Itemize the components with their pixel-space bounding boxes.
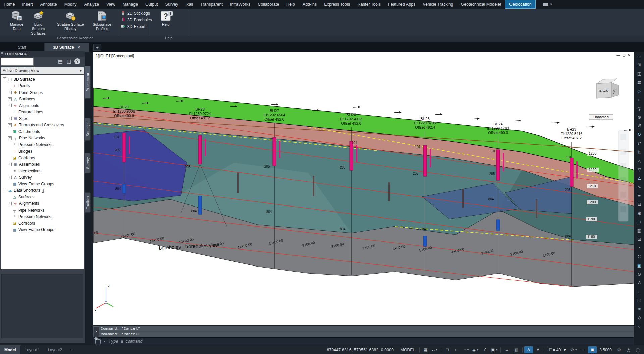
file-tab-3d-surface[interactable]: 3D Surface✕ — [45, 43, 89, 52]
pan-icon[interactable]: ⇄ — [635, 139, 643, 148]
tree-item-pipe-networks[interactable]: ╥Pipe Networks — [1, 207, 84, 214]
menu-tab-add-ins[interactable]: Add-ins — [299, 0, 320, 9]
tree-item-point-groups[interactable]: +⊕Point Groups — [1, 89, 84, 96]
menu-tab-annotate[interactable]: Annotate — [37, 0, 61, 9]
3d-export-button[interactable]: 3D Export — [121, 23, 152, 30]
annotation-monitor-icon[interactable]: + — [579, 346, 587, 353]
tool-icon[interactable]: □ — [635, 217, 643, 226]
layout-tab-layout2[interactable]: Layout2 — [43, 345, 66, 354]
tree-expander[interactable]: + — [8, 104, 12, 107]
otrack-icon[interactable]: ∠ — [481, 346, 489, 353]
tool-icon[interactable]: ○ — [635, 322, 643, 331]
side-tab-prospector[interactable]: Prospector — [85, 66, 91, 99]
osnap-icon[interactable]: ▣▼ — [490, 346, 499, 353]
tree-expander[interactable]: + — [8, 123, 12, 127]
tree-item-feature-lines[interactable]: ~Feature Lines — [1, 109, 84, 116]
menu-tab-collaborate[interactable]: Collaborate — [254, 0, 283, 9]
graphics-icon[interactable]: ▣ — [588, 346, 597, 353]
tree-expander[interactable]: + — [8, 202, 12, 205]
menu-tab-view[interactable]: View — [103, 0, 119, 9]
orbit-icon[interactable]: ◎ — [635, 104, 643, 113]
tree-expander[interactable]: + — [8, 176, 12, 179]
stratum-surface-display-button[interactable]: Stratum SurfaceDisplay — [56, 10, 85, 31]
ortho-icon[interactable]: ∟ — [452, 346, 461, 353]
toolspace-search-input[interactable] — [1, 58, 34, 66]
layout-tab-layout1[interactable]: Layout1 — [20, 345, 44, 354]
clean-screen-icon[interactable]: ▢ — [633, 346, 642, 353]
infer-constraints-icon[interactable]: ⊡ — [443, 346, 452, 353]
help-circle-icon[interactable]: ? — [74, 58, 80, 64]
tree-item-view-frame-groups[interactable]: ▦View Frame Groups — [1, 227, 84, 233]
3d-boreholes-button[interactable]: 3D Boreholes — [121, 17, 152, 23]
tree-item-corridors[interactable]: ◪Corridors — [1, 220, 84, 227]
tool-icon[interactable]: △ — [635, 156, 643, 165]
close-icon[interactable]: ✕ — [628, 53, 631, 57]
menu-tab-raster-tools[interactable]: Raster Tools — [354, 0, 384, 9]
tool-icon[interactable]: ▽ — [635, 165, 643, 174]
side-tab-settings[interactable]: Settings — [85, 118, 91, 141]
tree-item-surfaces[interactable]: △Surfaces — [1, 194, 84, 200]
palette-grip[interactable] — [1, 52, 3, 56]
menu-tab-featured-apps[interactable]: Featured Apps — [384, 0, 419, 9]
menu-tab-help[interactable]: Help — [283, 0, 299, 9]
annotation-autoscale-icon[interactable]: Λ — [534, 346, 542, 353]
tree-item-bridges[interactable]: ≍Bridges — [1, 148, 84, 155]
tool-icon[interactable]: ⇅ — [635, 148, 643, 156]
tool-icon[interactable]: ⊡ — [635, 235, 643, 243]
restore-icon[interactable]: ▢ — [622, 53, 625, 57]
isolate-objects-icon[interactable]: ◎ — [624, 346, 633, 353]
file-tab-start[interactable]: Start — [0, 43, 45, 52]
info-icon[interactable]: i — [168, 11, 173, 16]
tree-expander[interactable]: + — [8, 117, 12, 120]
tool-icon[interactable]: ▢ — [635, 296, 643, 304]
tool-icon[interactable]: ▭ — [635, 52, 643, 60]
zoom-extents-icon[interactable]: ⊕ — [635, 113, 643, 121]
tree-item-alignments[interactable]: +∿Alignments — [1, 102, 84, 109]
menu-tab-geotechnical-modeler[interactable]: Geotechnical Modeler — [457, 0, 505, 9]
minimize-icon[interactable]: — — [616, 53, 620, 57]
lineweight-icon[interactable]: ≡ — [502, 346, 511, 353]
tool-icon[interactable]: Λ — [635, 278, 643, 287]
menu-tab-vehicle-tracking[interactable]: Vehicle Tracking — [419, 0, 457, 9]
tree-item-intersections[interactable]: #Intersections — [1, 168, 84, 174]
tree-item-pressure-networks[interactable]: ╨Pressure Networks — [1, 214, 84, 220]
build-stratum-surfaces-button[interactable]: BuildStratum Surfaces — [24, 10, 52, 36]
tree-item-pressure-networks[interactable]: ╨Pressure Networks — [1, 141, 84, 148]
settings-gear-icon[interactable]: ⚙ — [614, 346, 623, 353]
redo-icon[interactable]: ↻ — [635, 130, 643, 139]
polar-tracking-icon[interactable]: ◔▼ — [462, 346, 471, 353]
angle-icon[interactable]: ∠ — [635, 174, 643, 182]
viewport-controls-label[interactable]: [-][OLE1][Conceptual] — [96, 54, 134, 58]
tree-item-sites[interactable]: +▤Sites — [1, 115, 84, 122]
tool-icon[interactable]: ⊖ — [635, 270, 643, 278]
menu-tab-home[interactable]: Home — [0, 0, 18, 9]
tree-expander[interactable]: + — [8, 136, 12, 140]
3d-scene-canvas[interactable]: BH29El:1230.9006Offset:490.9BH28El:1230.… — [93, 52, 634, 325]
help-button[interactable]: ? Help — [152, 10, 180, 27]
tool-icon[interactable]: ◇ — [635, 86, 643, 95]
tree-item-survey[interactable]: +ΛSurvey — [1, 174, 84, 181]
side-tab-toolbox[interactable]: Toolbox — [85, 192, 91, 213]
tree-item-points[interactable]: +Points — [1, 83, 84, 90]
tree-expander[interactable]: + — [8, 163, 12, 166]
tool-icon[interactable]: ∷ — [635, 252, 643, 261]
new-tab-button[interactable]: + — [93, 44, 101, 51]
tree-item-turnouts-and-crossovers[interactable]: +⋔Turnouts and Crossovers — [1, 122, 84, 129]
tree-expander[interactable]: − — [3, 189, 6, 192]
transparency-icon[interactable]: ▥ — [512, 346, 521, 353]
tool-icon[interactable]: ≈ — [635, 304, 643, 313]
model-space-toggle[interactable]: MODEL — [398, 348, 418, 352]
tool-icon[interactable]: ◇ — [635, 313, 643, 322]
tree-item-data-shortcuts[interactable]: −☁Data Shortcuts [] — [1, 187, 84, 194]
tree-item-assemblies[interactable]: +⊟Assemblies — [1, 161, 84, 168]
menu-tab-survey[interactable]: Survey — [162, 0, 182, 9]
menu-tab-express-tools[interactable]: Express Tools — [320, 0, 354, 9]
tree-item-3d-surface[interactable]: −▢3D Surface — [1, 76, 84, 83]
menu-tab-geolocation[interactable]: Geolocation — [505, 0, 536, 9]
menu-tab-infraworks[interactable]: InfraWorks — [226, 0, 254, 9]
menu-tab-analyze[interactable]: Analyze — [80, 0, 102, 9]
tool-icon[interactable]: ◫ — [635, 69, 643, 78]
tool-icon[interactable]: ⊟ — [635, 200, 643, 209]
menu-tab-transparent[interactable]: Transparent — [197, 0, 226, 9]
tree-expander[interactable]: + — [8, 91, 12, 94]
